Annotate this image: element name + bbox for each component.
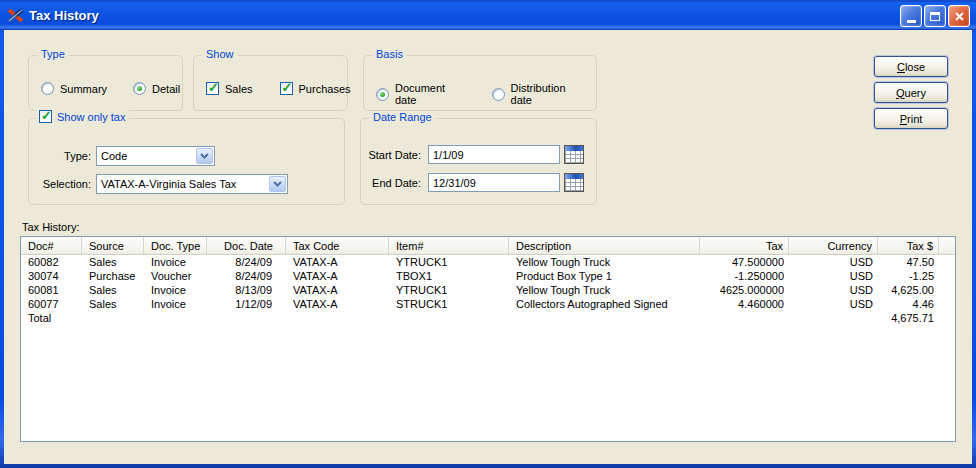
end-date-label: End Date: xyxy=(361,177,421,189)
start-date-input[interactable] xyxy=(428,145,560,164)
calendar-icon xyxy=(564,145,584,164)
table-cell: 30074 xyxy=(21,269,82,283)
type-combo-value: Code xyxy=(97,150,195,162)
group-show-only-tax: Show only tax Type: Code Selection: VATA… xyxy=(28,118,345,205)
group-type-label: Type xyxy=(37,48,69,60)
table-cell: -1.250000 xyxy=(700,269,789,283)
calendar-icon xyxy=(564,173,584,192)
selection-combo-dropdown-icon[interactable] xyxy=(269,176,286,192)
table-cell: VATAX-A xyxy=(286,255,389,269)
table-cell xyxy=(286,311,389,325)
checkbox-show-only-tax[interactable] xyxy=(39,110,52,123)
table-cell: Sales xyxy=(82,283,144,297)
column-header[interactable]: Description xyxy=(509,237,700,254)
close-window-button[interactable] xyxy=(948,5,970,27)
table-cell: Invoice xyxy=(144,255,207,269)
radio-detail-label: Detail xyxy=(152,83,180,95)
group-show-only-tax-label: Show only tax xyxy=(57,111,125,123)
table-row[interactable]: 60081SalesInvoice8/13/09VATAX-AYTRUCK1Ye… xyxy=(21,283,955,297)
radio-document-date-label: Document date xyxy=(395,82,470,106)
close-button[interactable]: Close xyxy=(874,56,948,77)
maximize-icon xyxy=(930,12,940,21)
table-row[interactable]: 60077SalesInvoice1/12/09VATAX-ASTRUCK1Co… xyxy=(21,297,955,311)
group-basis: Basis Document date Distribution date xyxy=(363,55,597,111)
start-date-label: Start Date: xyxy=(361,149,421,161)
end-date-input[interactable] xyxy=(428,173,560,192)
selection-field-label: Selection: xyxy=(29,178,91,190)
type-combo[interactable]: Code xyxy=(96,146,215,166)
type-combo-dropdown-icon[interactable] xyxy=(196,148,213,164)
tax-history-table: Doc#SourceDoc. TypeDoc. DateTax CodeItem… xyxy=(20,236,956,442)
radio-document-date-circle xyxy=(376,88,389,101)
table-cell xyxy=(700,311,789,325)
table-row[interactable]: 60082SalesInvoice8/24/09VATAX-AYTRUCK1Ye… xyxy=(21,255,955,269)
column-header[interactable]: Tax Code xyxy=(286,237,389,254)
column-header[interactable]: Doc. Date xyxy=(207,237,286,254)
selection-combo[interactable]: VATAX-A-Virginia Sales Tax xyxy=(96,174,288,194)
group-type: Type Summary Detail xyxy=(28,55,183,111)
table-row[interactable]: 30074PurchaseVoucher8/24/09VATAX-ATBOX1P… xyxy=(21,269,955,283)
table-header-row: Doc#SourceDoc. TypeDoc. DateTax CodeItem… xyxy=(21,237,955,255)
close-icon xyxy=(954,11,965,22)
print-button[interactable]: Print xyxy=(874,108,948,129)
checkbox-sales-label: Sales xyxy=(225,83,253,95)
app-icon xyxy=(7,8,24,23)
end-date-calendar-button[interactable] xyxy=(564,172,586,193)
radio-document-date[interactable]: Document date xyxy=(376,82,470,106)
minimize-button[interactable] xyxy=(900,5,922,27)
column-header[interactable]: Doc. Type xyxy=(144,237,207,254)
column-header[interactable]: Item# xyxy=(389,237,509,254)
checkbox-purchases-label: Purchases xyxy=(299,83,351,95)
radio-detail-circle xyxy=(133,82,146,95)
table-cell xyxy=(789,311,878,325)
table-cell: Product Box Type 1 xyxy=(509,269,700,283)
checkbox-sales[interactable]: Sales xyxy=(206,82,253,95)
tax-history-window: Tax History Type Summary Detai xyxy=(0,0,976,468)
table-cell: Purchase xyxy=(82,269,144,283)
column-header[interactable]: Source xyxy=(82,237,144,254)
table-cell xyxy=(389,311,509,325)
table-cell: VATAX-A xyxy=(286,269,389,283)
query-button[interactable]: Query xyxy=(874,82,948,103)
table-caption: Tax History: xyxy=(22,221,79,233)
table-body: 60082SalesInvoice8/24/09VATAX-AYTRUCK1Ye… xyxy=(21,255,955,325)
radio-detail[interactable]: Detail xyxy=(133,82,180,95)
client-area: Type Summary Detail Show Sales xyxy=(4,30,972,464)
table-cell: Collectors Autographed Signed xyxy=(509,297,700,311)
table-cell: 4625.000000 xyxy=(700,283,789,297)
table-row[interactable]: Total4,675.71 xyxy=(21,311,955,325)
column-header[interactable]: Currency xyxy=(789,237,878,254)
table-cell xyxy=(82,311,144,325)
table-cell: 47.500000 xyxy=(700,255,789,269)
radio-distribution-date-circle xyxy=(492,88,505,101)
checkbox-sales-box xyxy=(206,82,219,95)
window-title: Tax History xyxy=(29,8,99,23)
table-cell: Sales xyxy=(82,297,144,311)
table-cell: Invoice xyxy=(144,297,207,311)
table-cell: 60081 xyxy=(21,283,82,297)
table-cell xyxy=(144,311,207,325)
table-cell: USD xyxy=(789,283,878,297)
column-header[interactable]: Tax $ xyxy=(878,237,939,254)
group-basis-label: Basis xyxy=(372,48,407,60)
table-cell: -1.25 xyxy=(878,269,939,283)
table-cell: 4,675.71 xyxy=(878,311,939,325)
radio-summary[interactable]: Summary xyxy=(41,82,107,95)
table-cell: 60082 xyxy=(21,255,82,269)
radio-distribution-date[interactable]: Distribution date xyxy=(492,82,590,106)
column-header[interactable]: Tax xyxy=(700,237,789,254)
maximize-button[interactable] xyxy=(924,5,946,27)
radio-summary-circle xyxy=(41,82,54,95)
table-cell xyxy=(207,311,286,325)
table-cell: 47.50 xyxy=(878,255,939,269)
column-header[interactable]: Doc# xyxy=(21,237,82,254)
start-date-calendar-button[interactable] xyxy=(564,144,586,165)
table-cell: TBOX1 xyxy=(389,269,509,283)
table-cell: YTRUCK1 xyxy=(389,255,509,269)
checkbox-purchases[interactable]: Purchases xyxy=(280,82,351,95)
table-cell: 60077 xyxy=(21,297,82,311)
table-cell: Yellow Tough Truck xyxy=(509,255,700,269)
table-cell: 8/13/09 xyxy=(207,283,286,297)
table-cell: USD xyxy=(789,269,878,283)
group-date-range-label: Date Range xyxy=(369,111,436,123)
